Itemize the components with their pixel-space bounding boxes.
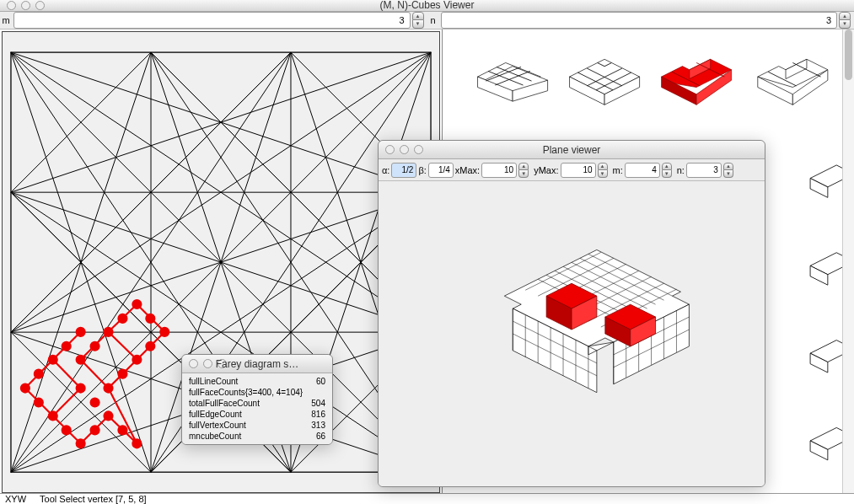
svg-point-58 (146, 314, 154, 323)
table-row: fullFaceCounts{3=400, 4=104} (184, 388, 330, 397)
minimize-icon[interactable] (400, 145, 409, 154)
status-bar: XYW Tool Select vertex [7, 5, 8] (0, 493, 854, 504)
table-row: mncubeCount66 (184, 432, 330, 441)
scrollbar-thumb[interactable] (845, 29, 852, 80)
plane-viewport[interactable] (379, 181, 765, 486)
zoom-icon[interactable] (414, 145, 423, 154)
window-title: (M, N)-Cubes Viewer (0, 0, 854, 11)
svg-point-62 (62, 426, 71, 434)
plane-n-input[interactable] (686, 163, 722, 178)
chevron-down-icon[interactable]: ▼ (518, 170, 529, 178)
svg-point-59 (146, 341, 154, 350)
svg-point-64 (118, 426, 126, 434)
ymax-input[interactable] (561, 163, 596, 178)
plane-n-label: n: (677, 165, 685, 175)
status-tool: Tool Select vertex [7, 5, 8] (40, 494, 147, 504)
n-label: n (427, 15, 439, 25)
farey-stats-panel: Farey diagram s… fullLineCount60 fullFac… (181, 354, 333, 445)
svg-point-49 (77, 355, 85, 363)
svg-point-44 (105, 411, 113, 420)
plane-m-stepper[interactable]: ▲▼ (662, 163, 672, 178)
main-titlebar: (M, N)-Cubes Viewer (0, 0, 854, 12)
chevron-down-icon[interactable]: ▼ (839, 20, 851, 29)
svg-point-42 (49, 411, 57, 420)
beta-label: β: (418, 165, 426, 175)
plane-controls: α: β: xMax: ▲▼ yMax: ▲▼ m: ▲▼ n: ▲▼ (379, 159, 765, 181)
chevron-down-icon[interactable]: ▼ (412, 20, 424, 29)
chevron-down-icon[interactable]: ▼ (723, 170, 733, 178)
ymax-stepper[interactable]: ▲▼ (598, 163, 608, 178)
ymax-label: yMax: (534, 165, 558, 175)
svg-point-48 (105, 328, 113, 336)
minimize-icon[interactable] (21, 1, 30, 10)
svg-point-54 (35, 398, 43, 406)
plane-title: Plane viewer (379, 144, 765, 156)
svg-point-53 (35, 369, 43, 378)
close-icon[interactable] (385, 145, 395, 154)
chevron-up-icon[interactable]: ▲ (518, 163, 529, 171)
status-xyw: XYW (5, 494, 26, 504)
svg-point-61 (91, 398, 99, 406)
xmax-input[interactable] (481, 163, 517, 178)
svg-point-43 (77, 439, 85, 448)
svg-point-50 (21, 383, 30, 392)
n-stepper[interactable]: ▲▼ (839, 12, 851, 29)
svg-point-52 (160, 328, 169, 336)
chevron-up-icon[interactable]: ▲ (662, 163, 672, 171)
svg-point-46 (105, 383, 113, 392)
svg-point-45 (132, 439, 141, 448)
stats-titlebar[interactable]: Farey diagram s… (182, 355, 332, 373)
svg-point-51 (132, 300, 141, 308)
plane-n-stepper[interactable]: ▲▼ (723, 163, 733, 178)
close-icon[interactable] (189, 359, 198, 368)
svg-point-39 (77, 328, 85, 336)
table-row: fullEdgeCount816 (184, 410, 330, 419)
plane-svg (379, 181, 765, 486)
chevron-up-icon[interactable]: ▲ (723, 163, 733, 171)
zoom-icon[interactable] (218, 359, 227, 368)
table-row: fullVertexCount313 (184, 421, 330, 430)
table-row: totalFullFaceCount504 (184, 399, 330, 408)
alpha-label: α: (382, 165, 389, 175)
plane-m-input[interactable] (625, 163, 660, 178)
plane-titlebar[interactable]: Plane viewer (379, 141, 765, 159)
chevron-up-icon[interactable]: ▲ (412, 12, 424, 21)
stats-body: fullLineCount60 fullFaceCounts{3=400, 4=… (182, 373, 332, 444)
m-label: m (0, 15, 12, 25)
chevron-up-icon[interactable]: ▲ (839, 12, 851, 21)
zoom-icon[interactable] (35, 1, 45, 10)
chevron-down-icon[interactable]: ▼ (598, 170, 608, 178)
svg-point-60 (118, 369, 126, 378)
m-stepper[interactable]: ▲▼ (412, 12, 424, 29)
plane-viewer-panel: Plane viewer α: β: xMax: ▲▼ yMax: ▲▼ m: … (378, 140, 765, 487)
svg-point-55 (62, 341, 71, 350)
xmax-stepper[interactable]: ▲▼ (518, 163, 529, 178)
svg-point-47 (132, 355, 141, 363)
chevron-down-icon[interactable]: ▼ (662, 170, 672, 178)
svg-point-40 (49, 355, 57, 363)
m-input[interactable] (13, 12, 411, 29)
svg-point-41 (77, 383, 85, 392)
n-input[interactable] (441, 12, 838, 29)
alpha-input[interactable] (391, 163, 416, 178)
svg-point-56 (91, 341, 99, 350)
gallery-scrollbar[interactable] (842, 29, 854, 493)
main-toolbar: m ▲▼ n ▲▼ (0, 12, 854, 29)
minimize-icon[interactable] (203, 359, 212, 368)
plane-m-label: m: (613, 165, 623, 175)
stats-table: fullLineCount60 fullFaceCounts{3=400, 4=… (182, 375, 332, 442)
svg-point-63 (91, 426, 99, 434)
table-row: fullLineCount60 (184, 377, 330, 386)
svg-point-57 (118, 314, 126, 323)
beta-input[interactable] (428, 163, 454, 178)
xmax-label: xMax: (455, 165, 480, 175)
close-icon[interactable] (7, 1, 16, 10)
chevron-up-icon[interactable]: ▲ (598, 163, 608, 171)
